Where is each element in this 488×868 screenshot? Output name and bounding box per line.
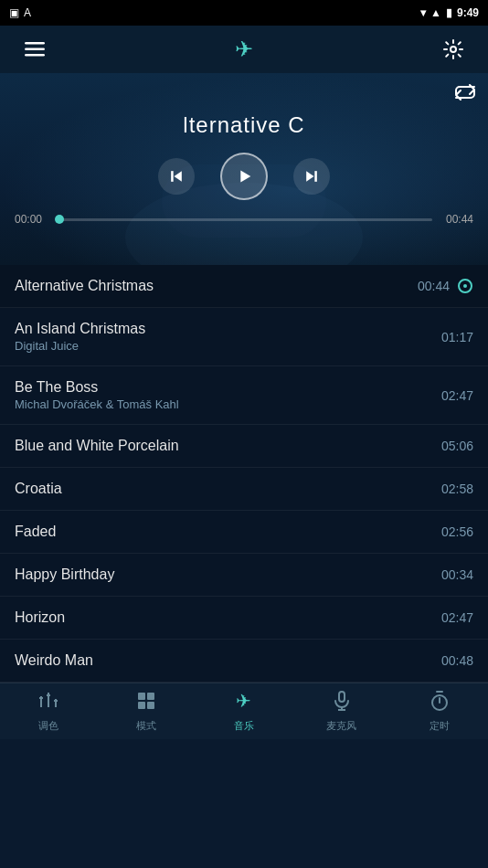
track-info: An Island ChristmasDigital Juice — [15, 321, 430, 353]
progress-area[interactable]: 00:00 00:44 — [0, 213, 488, 226]
nav-label-equalizer: 调色 — [38, 719, 58, 733]
svg-text:✈: ✈ — [236, 691, 251, 711]
microphone-icon — [332, 691, 352, 715]
svg-point-3 — [451, 47, 456, 52]
nav-item-equalizer[interactable]: 调色 — [0, 691, 98, 733]
playlist-item[interactable]: Weirdo Man00:48 — [0, 640, 488, 683]
settings-icon — [443, 39, 463, 59]
playlist-item[interactable]: Croatia02:58 — [0, 468, 488, 511]
svg-rect-0 — [25, 42, 45, 45]
track-name: Happy Birthday — [15, 566, 430, 583]
playlist-item[interactable]: Horizon02:47 — [0, 597, 488, 640]
svg-rect-19 — [138, 693, 145, 700]
track-info: Weirdo Man — [15, 652, 430, 669]
app-logo-icon: ✈ — [235, 37, 253, 62]
track-name: Be The Boss — [15, 379, 430, 396]
nav-item-timer[interactable]: 定时 — [390, 691, 488, 733]
track-duration: 05:06 — [441, 439, 473, 453]
svg-rect-21 — [138, 702, 145, 709]
next-button[interactable] — [293, 158, 330, 195]
menu-icon — [25, 42, 45, 57]
now-playing-title: lternative C — [183, 112, 304, 138]
previous-button[interactable] — [158, 158, 195, 195]
track-info: Alternative Christmas — [15, 278, 407, 294]
playlist-item[interactable]: Blue and White Porcelain05:06 — [0, 425, 488, 468]
track-duration: 00:34 — [441, 567, 473, 582]
status-left-icons: ▣ A — [9, 6, 31, 19]
svg-rect-7 — [171, 171, 174, 182]
equalizer-icon — [38, 691, 58, 715]
svg-marker-6 — [175, 171, 182, 182]
track-duration: 00:44 — [418, 279, 450, 293]
track-duration: 01:17 — [441, 330, 473, 344]
track-info: Croatia — [15, 481, 430, 497]
nav-label-microphone: 麦克风 — [326, 719, 356, 733]
track-info: Horizon — [15, 609, 430, 626]
next-icon — [302, 167, 321, 185]
track-name: Horizon — [15, 609, 430, 626]
sim-icon: A — [24, 6, 31, 19]
track-name: Croatia — [15, 481, 430, 497]
total-time: 00:44 — [441, 213, 473, 226]
playlist-item[interactable]: An Island ChristmasDigital Juice01:17 — [0, 308, 488, 366]
track-duration: 02:58 — [441, 482, 473, 496]
wifi-icon: ▾ — [420, 6, 426, 19]
nav-label-music: 音乐 — [234, 719, 254, 733]
music-icon: ✈ — [234, 691, 254, 715]
track-name: An Island Christmas — [15, 321, 430, 337]
nav-item-microphone[interactable]: 麦克风 — [292, 691, 390, 733]
svg-marker-9 — [306, 171, 313, 182]
track-name: Faded — [15, 524, 430, 540]
playlist-item[interactable]: Be The BossMichal Dvořáček & Tomáš Kahl0… — [0, 366, 488, 425]
playlist-item[interactable]: Faded02:56 — [0, 511, 488, 554]
nav-label-mode: 模式 — [136, 719, 156, 733]
track-duration: 00:48 — [441, 653, 473, 668]
nav-label-timer: 定时 — [430, 719, 450, 733]
current-time: 00:00 — [15, 213, 47, 226]
time-display: 9:49 — [457, 6, 479, 19]
svg-rect-20 — [147, 693, 154, 700]
track-name: Weirdo Man — [15, 652, 430, 669]
signal-icon: ▲ — [430, 6, 441, 19]
track-info: Be The BossMichal Dvořáček & Tomáš Kahl — [15, 379, 430, 411]
playlist-item[interactable]: Happy Birthday00:34 — [0, 554, 488, 597]
svg-rect-10 — [314, 171, 317, 182]
repeat-icon — [455, 84, 475, 101]
notification-icon: ▣ — [9, 6, 19, 19]
status-right-icons: ▾ ▲ ▮ 9:49 — [420, 6, 479, 19]
track-duration: 02:56 — [441, 524, 473, 539]
nav-item-mode[interactable]: 模式 — [98, 691, 196, 733]
track-artist: Michal Dvořáček & Tomáš Kahl — [15, 397, 430, 411]
battery-icon: ▮ — [446, 6, 452, 19]
settings-button[interactable] — [433, 29, 473, 69]
track-duration: 02:47 — [441, 388, 473, 403]
track-info: Blue and White Porcelain — [15, 438, 430, 454]
track-artist: Digital Juice — [15, 339, 430, 353]
playlist-item[interactable]: Alternative Christmas00:44 — [0, 265, 488, 308]
status-bar: ▣ A ▾ ▲ ▮ 9:49 — [0, 0, 488, 26]
svg-rect-22 — [147, 702, 154, 709]
track-name: Blue and White Porcelain — [15, 438, 430, 454]
track-duration: 02:47 — [441, 610, 473, 625]
timer-icon — [430, 691, 450, 715]
top-bar: ✈ — [0, 26, 488, 73]
nav-item-music[interactable]: ✈音乐 — [196, 691, 293, 733]
svg-rect-1 — [25, 48, 45, 51]
mode-icon — [136, 691, 156, 715]
progress-bar[interactable] — [56, 218, 432, 221]
play-icon — [234, 166, 254, 186]
repeat-button[interactable] — [455, 84, 475, 103]
playing-indicator-icon — [457, 278, 473, 294]
svg-point-12 — [463, 284, 467, 288]
play-button[interactable] — [220, 153, 268, 200]
track-info: Faded — [15, 524, 430, 540]
track-name: Alternative Christmas — [15, 278, 407, 294]
player-area: lternative C 00:00 00:44 — [0, 73, 488, 265]
playlist: Alternative Christmas00:44 An Island Chr… — [0, 265, 488, 683]
menu-button[interactable] — [15, 29, 55, 69]
track-info: Happy Birthday — [15, 566, 430, 583]
previous-icon — [167, 167, 186, 185]
svg-marker-8 — [240, 171, 250, 183]
playback-controls — [158, 153, 330, 200]
svg-rect-24 — [339, 692, 345, 702]
